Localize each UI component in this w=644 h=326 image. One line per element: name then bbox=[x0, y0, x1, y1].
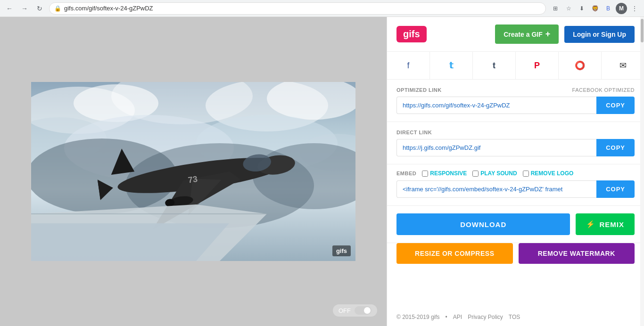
create-gif-label: Create a GIF bbox=[504, 31, 542, 38]
remix-button[interactable]: ⚡ REMIX bbox=[576, 213, 635, 235]
remix-lightning-icon: ⚡ bbox=[586, 220, 595, 228]
reddit-icon: ⭕ bbox=[575, 60, 585, 71]
brave-shield-button[interactable]: 🦁 bbox=[589, 3, 601, 14]
toggle-label: OFF bbox=[339, 307, 351, 314]
remove-watermark-button[interactable]: REMOVE WATERMARK bbox=[519, 243, 635, 264]
tumblr-share-button[interactable]: t bbox=[473, 52, 516, 79]
menu-button[interactable]: ⋮ bbox=[629, 3, 640, 14]
embed-label: EMBED bbox=[396, 171, 416, 176]
create-gif-button[interactable]: Create a GIF + bbox=[495, 24, 559, 44]
removelogo-label: REMOVE LOGO bbox=[531, 170, 574, 177]
login-button[interactable]: Login or Sign Up bbox=[564, 26, 635, 43]
optimized-link-section: OPTIMIZED LINK FACEBOOK OPTIMIZED COPY bbox=[387, 80, 644, 122]
remix-label: REMIX bbox=[599, 220, 624, 228]
responsive-option[interactable]: RESPONSIVE bbox=[422, 170, 467, 177]
svg-marker-25 bbox=[31, 223, 229, 261]
playsound-checkbox[interactable] bbox=[472, 171, 479, 177]
lock-icon: 🔒 bbox=[54, 5, 61, 12]
facebook-share-button[interactable]: f bbox=[387, 52, 430, 79]
optimized-link-label: OPTIMIZED LINK bbox=[396, 87, 442, 93]
airplane-area: 73 gifs bbox=[31, 82, 355, 261]
toggle-knob bbox=[364, 307, 371, 314]
responsive-checkbox[interactable] bbox=[422, 171, 428, 177]
right-header: gifs Create a GIF + Login or Sign Up bbox=[387, 17, 644, 52]
direct-link-copy-button[interactable]: COPY bbox=[596, 139, 635, 156]
main-layout: 73 gifs bbox=[0, 17, 644, 326]
playsound-option[interactable]: PLAY SOUND bbox=[472, 170, 517, 177]
url-text: gifs.com/gif/softex-v-24-gZPwDZ bbox=[64, 5, 153, 12]
reload-button[interactable]: ↻ bbox=[34, 3, 45, 14]
svg-text:73: 73 bbox=[188, 174, 198, 185]
extensions-button[interactable]: ⊞ bbox=[550, 3, 561, 14]
toggle-button[interactable] bbox=[355, 306, 372, 315]
twitter-icon: 𝕥 bbox=[449, 60, 453, 71]
gif-preview-svg: 73 bbox=[31, 82, 355, 261]
embed-input[interactable] bbox=[396, 180, 596, 198]
tumblr-icon: t bbox=[493, 61, 495, 71]
browser-chrome: ← → ↻ 🔒 gifs.com/gif/softex-v-24-gZPwDZ … bbox=[0, 0, 644, 17]
right-panel-container: gifs Create a GIF + Login or Sign Up f 𝕥… bbox=[387, 17, 644, 326]
optimized-link-row: COPY bbox=[396, 97, 635, 114]
sound-toggle-switch[interactable]: OFF bbox=[333, 304, 377, 317]
direct-link-section: DIRECT LINK COPY bbox=[387, 122, 644, 164]
tool-buttons: RESIZE OR COMPRESS REMOVE WATERMARK bbox=[387, 243, 644, 271]
email-icon: ✉ bbox=[619, 60, 627, 71]
tos-link[interactable]: TOS bbox=[509, 314, 520, 320]
pinterest-share-button[interactable]: P bbox=[516, 52, 559, 79]
fb-optimized-label: FACEBOOK OPTIMIZED bbox=[572, 87, 635, 93]
privacy-policy-link[interactable]: Privacy Policy bbox=[468, 314, 503, 320]
create-plus-icon: + bbox=[545, 29, 551, 39]
download-manager-button[interactable]: ⬇ bbox=[576, 3, 587, 14]
brave-icon-button[interactable]: B bbox=[603, 3, 614, 14]
twitter-share-button[interactable]: 𝕥 bbox=[430, 52, 473, 79]
direct-link-label: DIRECT LINK bbox=[396, 130, 432, 135]
gif-container: 73 gifs bbox=[31, 82, 355, 261]
reddit-share-button[interactable]: ⭕ bbox=[559, 52, 602, 79]
right-panel: gifs Create a GIF + Login or Sign Up f 𝕥… bbox=[387, 17, 644, 326]
direct-link-row: COPY bbox=[396, 139, 635, 156]
left-panel: 73 gifs bbox=[0, 17, 387, 326]
forward-button[interactable]: → bbox=[19, 3, 30, 14]
embed-section: EMBED RESPONSIVE PLAY SOUND REMOVE LOGO bbox=[387, 164, 644, 206]
removelogo-checkbox[interactable] bbox=[523, 171, 529, 177]
direct-link-header: DIRECT LINK bbox=[396, 130, 635, 135]
resize-compress-button[interactable]: RESIZE OR COMPRESS bbox=[396, 243, 513, 264]
removelogo-option[interactable]: REMOVE LOGO bbox=[523, 170, 574, 177]
gifs-logo[interactable]: gifs bbox=[396, 26, 427, 42]
gif-watermark: gifs bbox=[332, 245, 351, 256]
back-button[interactable]: ← bbox=[4, 3, 15, 14]
pinterest-icon: P bbox=[534, 61, 540, 71]
facebook-icon: f bbox=[407, 61, 409, 71]
profile-button[interactable]: M bbox=[616, 3, 627, 14]
right-footer: © 2015-2019 gifs • API Privacy Policy TO… bbox=[387, 308, 644, 326]
direct-link-input[interactable] bbox=[396, 139, 596, 156]
download-button[interactable]: DOWNLOAD bbox=[396, 213, 570, 235]
responsive-label: RESPONSIVE bbox=[430, 170, 467, 177]
email-share-button[interactable]: ✉ bbox=[602, 52, 644, 79]
embed-copy-button[interactable]: COPY bbox=[596, 180, 635, 198]
sound-toggle-container: OFF bbox=[333, 304, 377, 317]
optimized-link-input[interactable] bbox=[396, 97, 596, 114]
scrollbar-thumb bbox=[641, 19, 644, 42]
optimized-link-header: OPTIMIZED LINK FACEBOOK OPTIMIZED bbox=[396, 87, 635, 93]
action-buttons: DOWNLOAD ⚡ REMIX bbox=[387, 206, 644, 243]
right-scrollbar[interactable] bbox=[640, 17, 644, 326]
bookmark-button[interactable]: ☆ bbox=[563, 3, 574, 14]
embed-header: EMBED RESPONSIVE PLAY SOUND REMOVE LOGO bbox=[396, 170, 635, 177]
embed-link-row: COPY bbox=[396, 180, 635, 198]
optimized-link-copy-button[interactable]: COPY bbox=[596, 97, 635, 114]
browser-actions: ⊞ ☆ ⬇ 🦁 B M ⋮ bbox=[550, 3, 640, 14]
copyright-text: © 2015-2019 gifs bbox=[396, 314, 440, 320]
playsound-label: PLAY SOUND bbox=[480, 170, 517, 177]
social-share-row: f 𝕥 t P ⭕ ✉ bbox=[387, 52, 644, 80]
api-link[interactable]: API bbox=[453, 314, 462, 320]
address-bar[interactable]: 🔒 gifs.com/gif/softex-v-24-gZPwDZ bbox=[49, 2, 546, 15]
footer-dot: • bbox=[446, 314, 447, 320]
